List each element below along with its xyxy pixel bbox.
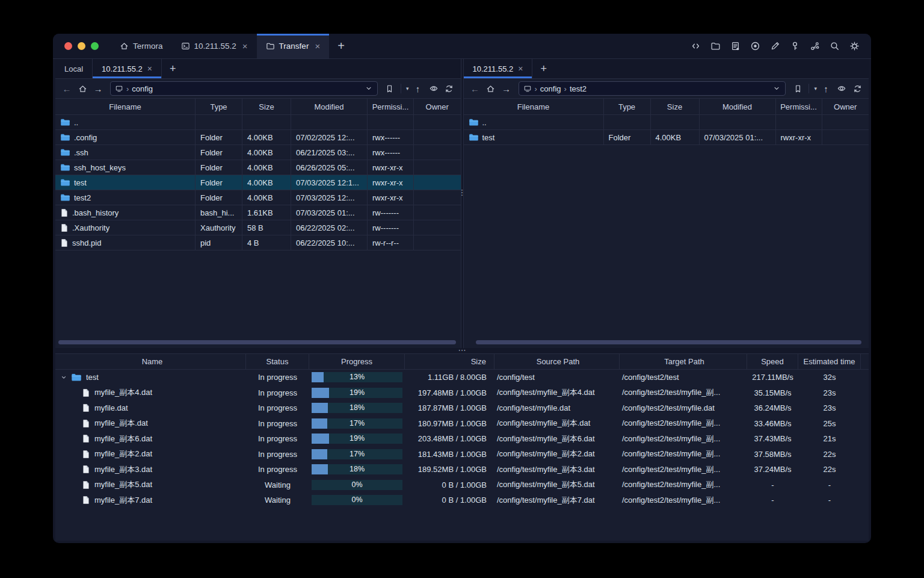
chevron-down-icon[interactable]	[365, 84, 373, 93]
file-row-selected[interactable]: test Folder 4.00KB 07/03/2025 12:1... rw…	[55, 175, 461, 190]
column-header-type[interactable]: Type	[604, 99, 651, 114]
column-header-filename[interactable]: Filename	[55, 99, 196, 114]
horizontal-splitter[interactable]: ⋯	[55, 348, 869, 353]
bookmark-dropdown-icon[interactable]: ▾	[814, 85, 817, 92]
column-header-modified[interactable]: Modified	[291, 99, 368, 114]
back-icon[interactable]: ←	[60, 82, 73, 95]
column-header-speed[interactable]: Speed	[747, 354, 798, 369]
column-header-filename[interactable]: Filename	[464, 99, 604, 114]
size-cell	[651, 115, 700, 129]
log-icon[interactable]	[728, 39, 742, 54]
close-icon[interactable]: ×	[147, 64, 152, 73]
column-header-target-path[interactable]: Target Path	[620, 354, 747, 369]
transfer-row-folder[interactable]: test In progress 13% 1.11GB / 8.00GB /co…	[55, 370, 869, 385]
path-segment[interactable]: test2	[570, 84, 587, 93]
new-tab-button[interactable]: +	[329, 34, 353, 58]
file-row[interactable]: .config Folder 4.00KB 07/02/2025 12:... …	[55, 130, 461, 145]
close-icon[interactable]: ×	[315, 41, 320, 51]
upload-icon[interactable]: ↑	[819, 82, 833, 95]
record-icon[interactable]	[748, 39, 762, 54]
path-bar[interactable]: › config › test2	[519, 81, 786, 96]
transfer-row[interactable]: myfile_副本5.dat Waiting 0% 0 B / 1.00GB /…	[55, 477, 869, 493]
column-header-modified[interactable]: Modified	[700, 99, 776, 114]
show-hidden-icon[interactable]	[835, 82, 848, 95]
transfer-row[interactable]: myfile_副本.dat In progress 17% 180.97MB /…	[55, 416, 869, 432]
show-hidden-icon[interactable]	[427, 82, 440, 95]
tab-termora[interactable]: Termora	[111, 34, 172, 58]
refresh-icon[interactable]	[851, 82, 864, 95]
file-row[interactable]: ssh_host_keys Folder 4.00KB 06/26/2025 0…	[55, 160, 461, 175]
tab-remote-10-211-55-2[interactable]: 10.211.55.2 ×	[93, 59, 162, 78]
new-pane-tab-button[interactable]: +	[532, 59, 555, 78]
right-horizontal-scrollbar[interactable]	[476, 340, 862, 344]
settings-icon[interactable]	[847, 39, 861, 54]
refresh-icon[interactable]	[443, 82, 456, 95]
column-header-permissions[interactable]: Permissi...	[776, 99, 822, 114]
permissions-cell: rw-r--r--	[368, 235, 414, 250]
type-cell: Folder	[196, 190, 242, 205]
file-row[interactable]: sshd.pid pid 4 B 06/22/2025 10:... rw-r-…	[55, 235, 461, 250]
bookmark-dropdown-icon[interactable]: ▾	[406, 85, 409, 92]
column-header-type[interactable]: Type	[196, 99, 242, 114]
path-bar[interactable]: › config	[110, 81, 378, 96]
file-row[interactable]: .bash_history bash_hi... 1.61KB 07/03/20…	[55, 205, 461, 220]
column-header-size[interactable]: Size	[242, 99, 291, 114]
forward-icon[interactable]: →	[91, 82, 105, 95]
new-pane-tab-button[interactable]: +	[162, 59, 184, 78]
file-row[interactable]: test Folder 4.00KB 07/03/2025 01:... rwx…	[464, 130, 869, 145]
home-icon[interactable]	[76, 82, 89, 95]
collapse-icon[interactable]	[60, 374, 67, 381]
file-row[interactable]: .ssh Folder 4.00KB 06/21/2025 03:... rwx…	[55, 145, 461, 160]
column-header-estimated-time[interactable]: Estimated time	[798, 354, 861, 369]
transfer-row[interactable]: myfile_副本2.dat In progress 17% 181.43MB …	[55, 447, 869, 462]
close-window-button[interactable]	[64, 42, 72, 50]
close-icon[interactable]: ×	[242, 41, 248, 51]
tab-terminal-session[interactable]: 10.211.55.2 ×	[172, 34, 257, 58]
edit-icon[interactable]	[768, 39, 782, 54]
branch-icon[interactable]	[807, 39, 822, 54]
close-icon[interactable]: ×	[518, 64, 523, 73]
home-icon[interactable]	[484, 82, 497, 95]
file-row-parent-dir[interactable]: ..	[464, 115, 869, 130]
upload-icon[interactable]: ↑	[411, 82, 425, 95]
transfer-row[interactable]: myfile.dat In progress 18% 187.87MB / 1.…	[55, 400, 869, 416]
path-segment[interactable]: config	[540, 84, 561, 93]
code-icon[interactable]	[688, 39, 703, 54]
column-header-source-path[interactable]: Source Path	[494, 354, 620, 369]
bookmark-icon[interactable]	[383, 82, 396, 95]
column-header-permissions[interactable]: Permissi...	[368, 99, 414, 114]
column-header-owner[interactable]: Owner	[822, 99, 869, 114]
left-horizontal-scrollbar[interactable]	[58, 340, 456, 344]
transfer-row[interactable]: myfile_副本3.dat In progress 18% 189.52MB …	[55, 462, 869, 477]
file-row[interactable]: .Xauthority Xauthority 58 B 06/22/2025 0…	[55, 220, 461, 235]
computer-icon	[523, 84, 532, 93]
transfer-row[interactable]: myfile_副本6.dat In progress 19% 203.48MB …	[55, 431, 869, 447]
tab-local[interactable]: Local	[55, 59, 93, 78]
folder-icon[interactable]	[708, 39, 722, 54]
file-row-parent-dir[interactable]: ..	[55, 115, 461, 130]
path-segment[interactable]: config	[132, 84, 153, 93]
column-header-size[interactable]: Size	[651, 99, 700, 114]
column-header-progress[interactable]: Progress	[309, 354, 405, 369]
zoom-window-button[interactable]	[91, 42, 99, 50]
column-header-size[interactable]: Size	[405, 354, 494, 369]
eta-cell: -	[798, 493, 861, 508]
minimize-window-button[interactable]	[78, 42, 85, 50]
owner-cell	[414, 160, 461, 175]
speed-cell: -	[747, 493, 798, 508]
back-icon[interactable]: ←	[469, 82, 482, 95]
key-icon[interactable]	[787, 39, 802, 54]
bookmark-icon[interactable]	[791, 82, 804, 95]
column-header-status[interactable]: Status	[246, 354, 309, 369]
tab-remote-10-211-55-2[interactable]: 10.211.55.2 ×	[464, 59, 533, 78]
size-cell: 197.48MB / 1.00GB	[405, 385, 494, 401]
transfer-row[interactable]: myfile_副本7.dat Waiting 0% 0 B / 1.00GB /…	[55, 493, 869, 508]
file-row[interactable]: test2 Folder 4.00KB 07/03/2025 12:... rw…	[55, 190, 461, 205]
transfer-row[interactable]: myfile_副本4.dat In progress 19% 197.48MB …	[55, 385, 869, 401]
tab-transfer[interactable]: Transfer ×	[257, 34, 330, 58]
chevron-down-icon[interactable]	[772, 84, 781, 93]
column-header-name[interactable]: Name	[55, 354, 246, 369]
column-header-owner[interactable]: Owner	[414, 99, 461, 114]
forward-icon[interactable]: →	[500, 82, 513, 95]
search-icon[interactable]	[827, 39, 842, 54]
